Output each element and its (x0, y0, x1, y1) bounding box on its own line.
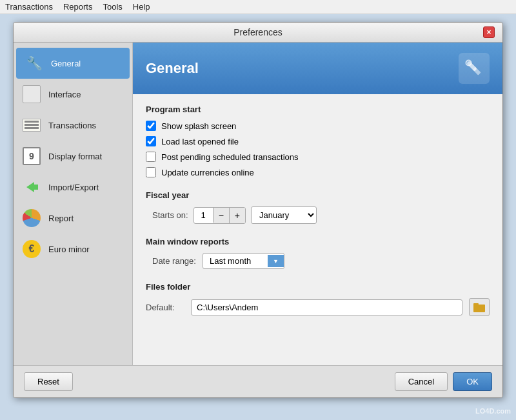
transactions-icon (21, 115, 42, 135)
program-start-title: Program start (146, 105, 490, 114)
sidebar-label-transactions: Transactions (48, 121, 96, 130)
starts-on-label: Starts on: (152, 210, 188, 220)
main-window-reports-title: Main window reports (146, 237, 490, 246)
ok-button[interactable]: OK (453, 372, 492, 391)
day-value: 1 (194, 208, 213, 223)
month-select[interactable]: January February March April May June Ju… (251, 206, 317, 224)
currencies-checkbox[interactable] (146, 167, 156, 177)
menu-help[interactable]: Help (133, 2, 150, 12)
fiscal-year-row: Starts on: 1 − + January February March … (152, 206, 490, 224)
sidebar: 🔧 General Interface Transactions (14, 43, 133, 365)
sidebar-label-interface: Interface (48, 90, 81, 99)
dropdown-arrow-icon (268, 255, 284, 267)
close-button[interactable]: × (483, 26, 495, 38)
sidebar-label-general: General (51, 59, 81, 68)
files-folder-title: Files folder (146, 282, 490, 292)
import-icon (21, 177, 42, 197)
dialog-footer: Reset Cancel OK (14, 365, 502, 397)
sidebar-label-display-format: Display format (48, 152, 102, 161)
footer-buttons: Cancel OK (395, 372, 492, 391)
menu-tools[interactable]: Tools (103, 2, 122, 12)
content-title: General (146, 60, 199, 77)
checkbox-last-file: Load last opened file (146, 136, 490, 146)
dialog-title: Preferences (33, 27, 483, 37)
dialog-titlebar: Preferences × (14, 23, 502, 43)
fiscal-year-section: Fiscal year Starts on: 1 − + January Feb… (146, 190, 490, 224)
menu-reports[interactable]: Reports (63, 2, 93, 12)
date-range-dropdown[interactable]: Last month (203, 253, 284, 269)
menu-transactions[interactable]: Transactions (5, 2, 53, 12)
modal-overlay: Preferences × 🔧 General Interface (0, 0, 516, 420)
pending-label: Post pending scheduled transactions (161, 152, 298, 162)
sidebar-item-euro-minor[interactable]: € Euro minor (14, 234, 132, 265)
date-range-value: Last month (203, 254, 268, 268)
splash-checkbox[interactable] (146, 121, 156, 131)
last-file-label: Load last opened file (161, 137, 239, 146)
menubar: Transactions Reports Tools Help (0, 0, 516, 14)
currencies-label: Update currencies online (161, 168, 254, 177)
splash-label: Show splash screen (161, 121, 236, 131)
euro-icon: € (21, 239, 42, 259)
svg-marker-0 (26, 182, 34, 192)
wrench-icon: 🔧 (24, 53, 45, 74)
cancel-button[interactable]: Cancel (395, 372, 448, 391)
sidebar-label-import-export: Import/Export (48, 183, 99, 192)
sidebar-label-euro-minor: Euro minor (48, 245, 90, 254)
content-body: Program start Show splash screen Load la… (133, 94, 502, 365)
preferences-dialog: Preferences × 🔧 General Interface (13, 22, 503, 398)
checkbox-currencies: Update currencies online (146, 167, 490, 177)
program-start-section: Program start Show splash screen Load la… (146, 105, 490, 177)
day-increment-button[interactable]: + (230, 208, 245, 223)
fiscal-year-title: Fiscal year (146, 190, 490, 200)
day-number-control: 1 − + (194, 207, 246, 224)
sidebar-item-report[interactable]: Report (14, 203, 132, 234)
default-path-input[interactable] (191, 299, 462, 315)
default-label: Default: (146, 303, 184, 312)
content-panel: General (133, 43, 502, 365)
dialog-body: 🔧 General Interface Transactions (14, 43, 502, 365)
browse-folder-button[interactable] (469, 298, 490, 316)
date-range-row: Date range: Last month (152, 253, 490, 269)
svg-rect-1 (34, 185, 38, 190)
report-icon (21, 208, 42, 228)
checkbox-pending: Post pending scheduled transactions (146, 152, 490, 162)
svg-rect-6 (473, 303, 479, 306)
checkbox-splash: Show splash screen (146, 121, 490, 131)
display-icon: 9 (21, 146, 42, 166)
pending-checkbox[interactable] (146, 152, 156, 162)
sidebar-item-general[interactable]: 🔧 General (16, 48, 130, 79)
header-wrench-icon (459, 53, 490, 84)
sidebar-item-transactions[interactable]: Transactions (14, 110, 132, 141)
last-file-checkbox[interactable] (146, 136, 156, 146)
sidebar-item-display-format[interactable]: 9 Display format (14, 141, 132, 172)
sidebar-label-report: Report (48, 214, 74, 223)
sidebar-item-interface[interactable]: Interface (14, 79, 132, 110)
main-window-reports-section: Main window reports Date range: Last mon… (146, 237, 490, 269)
content-header: General (133, 43, 502, 94)
files-folder-section: Files folder Default: (146, 282, 490, 316)
date-range-label: Date range: (152, 256, 196, 266)
sidebar-item-import-export[interactable]: Import/Export (14, 172, 132, 203)
reset-button[interactable]: Reset (24, 372, 73, 391)
day-decrement-button[interactable]: − (213, 208, 230, 223)
files-folder-row: Default: (146, 298, 490, 316)
interface-icon (21, 84, 42, 105)
watermark: LO4D.com (475, 407, 511, 415)
